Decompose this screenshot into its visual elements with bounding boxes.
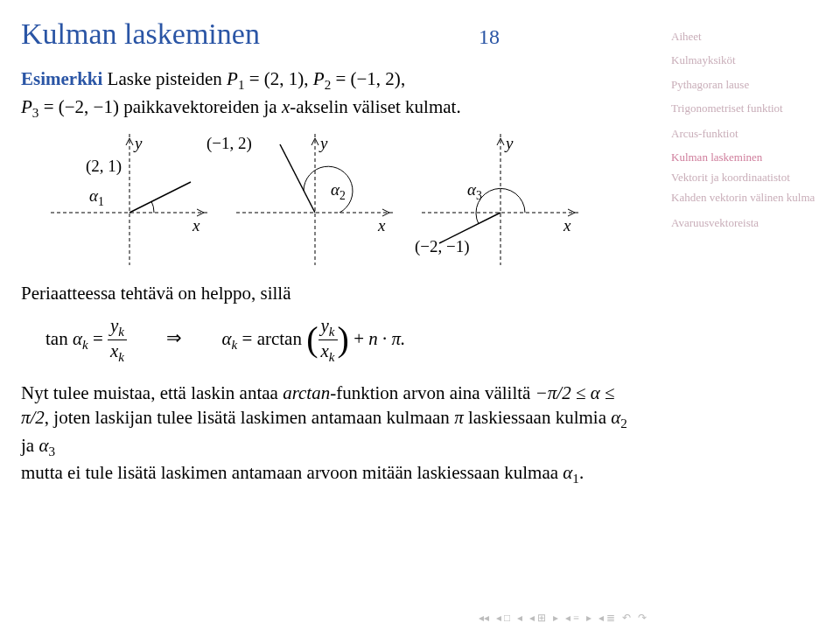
nav-controls: ◂◂ ◂ □ ◂ ◂ ⊞ ▸ ◂ ≡ ▸ ◂ ≣ ↶ ↷ bbox=[479, 612, 647, 625]
y-label: y bbox=[135, 134, 142, 153]
svg-line-9 bbox=[312, 138, 315, 145]
nav-first[interactable]: ◂◂ bbox=[479, 612, 489, 625]
example-label: Esimerkki bbox=[21, 68, 102, 89]
svg-line-16 bbox=[497, 138, 500, 145]
x-label: x bbox=[378, 216, 385, 235]
svg-line-10 bbox=[315, 138, 318, 145]
nav-prev[interactable]: ◂ bbox=[517, 612, 522, 625]
formula: tan αk = yk xk ⇒ αk = arctan ( yk xk ) +… bbox=[46, 315, 634, 365]
sidebar-item[interactable]: Vektorit ja koordinaatistot bbox=[671, 171, 840, 186]
y-label: y bbox=[320, 134, 327, 153]
y-label: y bbox=[506, 134, 513, 153]
pt3: (−2, −1) bbox=[415, 237, 470, 256]
svg-line-17 bbox=[500, 138, 504, 145]
sidebar-item[interactable]: Trigonometriset funktiot bbox=[671, 102, 840, 116]
nav-prev-icon[interactable]: ◂ □ bbox=[496, 612, 510, 625]
principle-text: Periaatteessa tehtävä on helppo, sillä bbox=[21, 281, 634, 305]
alpha3: α3 bbox=[467, 180, 482, 203]
pt1: (2, 1) bbox=[86, 157, 122, 176]
sidebar-item[interactable]: Avaruusvektoreista bbox=[671, 211, 840, 234]
svg-line-11 bbox=[382, 209, 389, 213]
slide-number: 18 bbox=[479, 25, 500, 49]
svg-line-4 bbox=[197, 209, 204, 213]
svg-line-6 bbox=[130, 182, 191, 213]
diagram-3: y x (−2, −1) α3 bbox=[422, 134, 579, 265]
x-label: x bbox=[564, 216, 570, 235]
sidebar-item-active[interactable]: Kulman laskeminen bbox=[671, 150, 840, 165]
svg-line-13 bbox=[280, 144, 315, 213]
sidebar: Aiheet Kulmayksiköt Pythagoran lause Tri… bbox=[661, 0, 840, 630]
nav-fwd[interactable]: ↷ bbox=[638, 612, 647, 625]
diagram-2: y x (−1, 2) α2 bbox=[236, 134, 394, 265]
svg-line-18 bbox=[568, 209, 575, 213]
sidebar-item[interactable]: Arcus-funktiot bbox=[671, 122, 840, 145]
sidebar-item[interactable]: Kahden vektorin välinen kulma bbox=[671, 191, 840, 206]
x-label: x bbox=[192, 216, 200, 235]
alpha2: α2 bbox=[331, 180, 346, 203]
title-row: Kulman laskeminen 18 bbox=[21, 18, 634, 51]
sidebar-item[interactable]: Aiheet bbox=[671, 24, 840, 48]
pt2: (−1, 2) bbox=[206, 134, 252, 153]
nav-next[interactable]: ▸ bbox=[553, 612, 558, 625]
diagram-row: y x (2, 1) α1 y x (−1, 2) α2 bbox=[51, 134, 634, 265]
note-paragraph: Nyt tulee muistaa, että laskin antaa arc… bbox=[21, 381, 634, 488]
nav-last[interactable]: ▸ bbox=[586, 612, 592, 625]
example-paragraph: Esimerkki Laske pisteiden P1 = (2, 1), P… bbox=[21, 66, 634, 122]
sidebar-item[interactable]: Kulmayksiköt bbox=[671, 48, 840, 72]
nav-end-icon[interactable]: ◂ ≣ bbox=[598, 612, 615, 625]
nav-page-icon[interactable]: ◂ ⊞ bbox=[529, 612, 546, 625]
svg-line-2 bbox=[126, 138, 130, 145]
diagram-1: y x (2, 1) α1 bbox=[51, 134, 208, 265]
page-title: Kulman laskeminen bbox=[21, 18, 260, 51]
svg-line-3 bbox=[130, 138, 133, 145]
nav-sect-icon[interactable]: ◂ ≡ bbox=[565, 612, 579, 625]
alpha1: α1 bbox=[89, 186, 104, 209]
nav-back[interactable]: ↶ bbox=[622, 612, 631, 625]
sidebar-item[interactable]: Pythagoran lause bbox=[671, 73, 840, 96]
